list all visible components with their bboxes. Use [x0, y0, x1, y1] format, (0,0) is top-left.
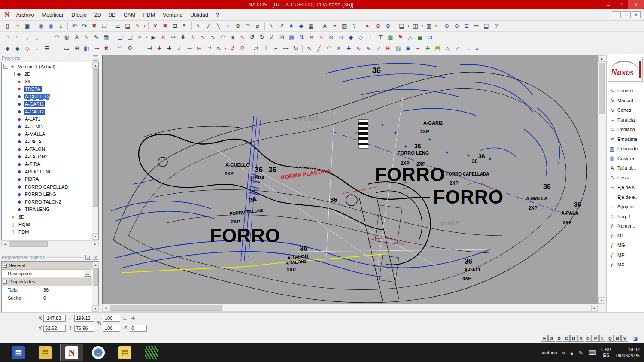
- property-value-field[interactable]: 36: [41, 286, 98, 294]
- tree-item-aplic-leng[interactable]: ◆APLIC LENG: [3, 168, 91, 176]
- tree-item-a-talon[interactable]: ◆A-TALON: [3, 146, 91, 153]
- mode-toggle-e[interactable]: E: [541, 335, 548, 342]
- arc-seg-icon[interactable]: ⌒: [135, 44, 145, 53]
- pointer-icon[interactable]: ↖: [304, 44, 314, 53]
- tree-item-a-tira[interactable]: ◆A-TIRA: [3, 161, 91, 168]
- dropdown-arrow-icon[interactable]: ▾: [434, 21, 438, 30]
- palette-icon[interactable]: ▤: [433, 44, 443, 53]
- mode-toggle-d[interactable]: D: [556, 335, 562, 342]
- layers-icon[interactable]: ▤: [397, 21, 407, 30]
- plus-red-icon[interactable]: ✚: [155, 44, 164, 53]
- tool-numer[interactable]: ƒNumer...: [607, 221, 644, 231]
- zoom-in-icon[interactable]: ⊕: [442, 21, 452, 30]
- tool-me[interactable]: ƒME: [607, 231, 644, 241]
- tool-empalme[interactable]: ≈Empalme: [607, 134, 644, 144]
- text-icon[interactable]: A: [320, 21, 330, 30]
- tree-item-forro-talon2[interactable]: ◆FORRO TALON2: [3, 198, 91, 206]
- tree-item-a-gari1[interactable]: ◆A-GARI1: [3, 100, 91, 108]
- menu-archivo[interactable]: Archivo: [12, 11, 38, 19]
- undo-icon[interactable]: ↶: [70, 21, 79, 30]
- unchain-icon[interactable]: ✖: [101, 44, 111, 53]
- transform-icon[interactable]: ✛: [130, 315, 137, 322]
- canvas-vertical-scrollbar[interactable]: ▴ ▾: [598, 55, 605, 304]
- child-restore-button[interactable]: □: [622, 11, 631, 18]
- tool-rebajado[interactable]: ▥Rebajado: [607, 144, 644, 154]
- omega-red-icon[interactable]: Ω: [237, 44, 247, 53]
- drawing-canvas[interactable]: 36PUMAA-GARI22XP36FORRO LENG2XP2XP3636FO…: [102, 55, 598, 304]
- tree-expander[interactable]: -: [3, 64, 8, 69]
- help-icon[interactable]: ?: [491, 21, 501, 30]
- tool-perimet[interactable]: ∿Perimet...: [607, 86, 644, 96]
- diamond-icon[interactable]: ◆: [296, 21, 306, 30]
- tree-item-a-pala[interactable]: ◆A-PALA: [3, 138, 91, 146]
- tree-item-a-talon2[interactable]: ◆A-TALON2: [3, 153, 91, 161]
- child-close-button[interactable]: ✕: [632, 11, 641, 18]
- open-folder-icon[interactable]: ▱: [12, 21, 22, 30]
- tool-marcad[interactable]: ∿Marcad...: [607, 96, 644, 106]
- menu-2d[interactable]: 2D: [91, 11, 105, 19]
- curve-red-icon[interactable]: ∿: [198, 33, 208, 42]
- scroll-thumb[interactable]: [599, 63, 605, 114]
- scroll-up-icon[interactable]: ▴: [92, 262, 99, 268]
- desktop-toolbar-label[interactable]: Escritorio: [538, 350, 557, 355]
- diamond-red-icon[interactable]: ◇: [22, 44, 32, 53]
- copy-icon[interactable]: ❏: [115, 33, 125, 42]
- scroll-up-icon[interactable]: ▴: [598, 55, 605, 62]
- scroll-thumb[interactable]: [9, 241, 48, 247]
- loop-red-icon[interactable]: ↺: [228, 44, 237, 53]
- y-value-field[interactable]: 52.62: [43, 325, 66, 332]
- hatch-circle-icon[interactable]: ◍: [62, 33, 72, 42]
- angle-value-field[interactable]: 0: [130, 325, 147, 332]
- tree-item-a-leng[interactable]: ◆A-LENG: [3, 123, 91, 131]
- box-grid-icon[interactable]: ⊞: [72, 44, 82, 53]
- node-chain-icon[interactable]: ⊶: [281, 44, 291, 53]
- print-icon[interactable]: ▤: [481, 21, 491, 30]
- pencil-line-icon[interactable]: ✎: [91, 33, 101, 42]
- star-icon[interactable]: ✶: [286, 21, 296, 30]
- locate-icon[interactable]: ⊕: [383, 21, 393, 30]
- spline-icon[interactable]: ∿: [267, 21, 276, 30]
- height-value-field[interactable]: 76.96: [74, 325, 94, 332]
- menu-utilidad[interactable]: Utilidad: [186, 11, 212, 19]
- scroll-down-icon[interactable]: ▾: [92, 305, 99, 312]
- width-value-field[interactable]: 199.13: [74, 315, 94, 322]
- mode-toggle-l[interactable]: L: [599, 335, 606, 342]
- arrows-out-icon[interactable]: ⇉: [425, 33, 435, 42]
- frame-icon[interactable]: ▣: [403, 44, 413, 53]
- perpendicular-icon[interactable]: ⊥: [366, 33, 376, 42]
- tree-item-hojas[interactable]: ▯Hojas: [3, 221, 91, 228]
- zoom-out-icon[interactable]: ⊖: [452, 21, 462, 30]
- tool-mx[interactable]: ƒMX: [607, 260, 644, 270]
- size-text-icon[interactable]: A: [72, 33, 82, 42]
- segment-icon[interactable]: ╲: [213, 21, 223, 30]
- line-icon[interactable]: ╱: [204, 21, 213, 30]
- tool-eje-de-s[interactable]: ┄Eje de s...: [607, 183, 644, 192]
- cut-x-icon[interactable]: ✕: [158, 33, 168, 42]
- hatch-small-icon[interactable]: ▨: [393, 44, 403, 53]
- scale-x-field[interactable]: 100: [103, 315, 120, 322]
- dropdown-arrow-icon[interactable]: ▾: [420, 21, 424, 30]
- arc-over-icon[interactable]: ◠: [115, 44, 125, 53]
- info-icon[interactable]: ℹ: [56, 21, 66, 30]
- menu-3d[interactable]: 3D: [105, 11, 120, 19]
- restore-button[interactable]: □: [615, 0, 628, 9]
- target-icon[interactable]: ⊕: [373, 21, 383, 30]
- collapse-icon[interactable]: −: [3, 280, 7, 284]
- move-icon[interactable]: ✚: [178, 33, 188, 42]
- move-point-icon[interactable]: ✚: [344, 44, 354, 53]
- flag-icon[interactable]: ⚑: [395, 33, 405, 42]
- tool-doblado[interactable]: ≈Doblado: [607, 125, 644, 134]
- measure-icon[interactable]: ▭: [471, 21, 481, 30]
- nodes-icon[interactable]: ⊶: [184, 44, 194, 53]
- dock-icon[interactable]: ❐: [93, 55, 98, 61]
- tree-item-a-malla[interactable]: ◆A-MALLA: [3, 131, 91, 138]
- cross-pink-icon[interactable]: ✕: [316, 33, 326, 42]
- scroll-thumb[interactable]: [110, 305, 222, 311]
- chamfer-icon[interactable]: ⌐: [42, 33, 52, 42]
- erase-icon[interactable]: ✕: [150, 21, 160, 30]
- zoom-window-icon[interactable]: ⊡: [462, 21, 471, 30]
- curve-edit-icon[interactable]: ∿: [208, 33, 218, 42]
- menu-cam[interactable]: CAM: [120, 11, 140, 19]
- chevron-icon[interactable]: »: [562, 350, 565, 356]
- omega-icon[interactable]: Ω: [125, 44, 135, 53]
